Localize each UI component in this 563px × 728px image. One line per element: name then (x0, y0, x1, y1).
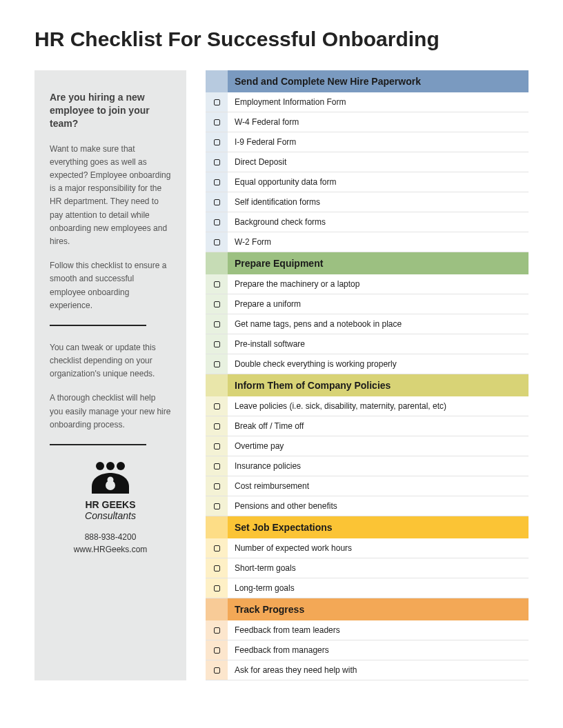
checklist-item-label: W-2 Form (228, 232, 529, 252)
checkbox[interactable] (214, 281, 220, 287)
checklist-row: Overtime pay (206, 436, 529, 456)
checklist-row: Cost reimbursement (206, 476, 529, 496)
checklist-row: Employment Information Form (206, 92, 529, 112)
checkbox[interactable] (214, 119, 220, 125)
svg-point-1 (106, 462, 115, 470)
checkbox[interactable] (214, 545, 220, 552)
checklist-row: Pre-install software (206, 334, 529, 354)
brand-subtitle: Consultants (50, 510, 171, 521)
checklist-row: Break off / Time off (206, 416, 529, 436)
divider (50, 325, 146, 326)
checklist-row: Self identification forms (206, 192, 529, 212)
checkbox[interactable] (214, 585, 220, 592)
sidebar-paragraph: Follow this checklist to ensure a smooth… (50, 259, 171, 312)
checklist-row: Pensions and other benefits (206, 496, 529, 516)
checklist-item-label: Prepare a uniform (228, 294, 529, 314)
checkbox[interactable] (214, 483, 220, 489)
checkbox[interactable] (214, 199, 220, 205)
checklist-row: Double check everything is working prope… (206, 354, 529, 374)
checklist-item-label: Overtime pay (228, 436, 529, 456)
checklist-item-label: Short-term goals (228, 558, 529, 578)
checkbox[interactable] (214, 219, 220, 225)
checkbox[interactable] (214, 361, 220, 367)
checkbox[interactable] (214, 503, 220, 509)
checkbox[interactable] (214, 627, 220, 634)
checklist-main: Send and Complete New Hire Paperwork Emp… (206, 70, 529, 680)
checklist-row: Number of expected work hours (206, 538, 529, 558)
checklist-item-label: Leave policies (i.e. sick, disability, m… (228, 396, 529, 416)
checklist-item-label: I-9 Federal Form (228, 132, 529, 152)
checkbox[interactable] (214, 179, 220, 185)
section-title: Set Job Expectations (228, 516, 529, 538)
checklist-row: Ask for areas they need help with (206, 660, 529, 680)
section-header-accent (206, 252, 228, 274)
checkbox[interactable] (214, 239, 220, 245)
checklist-item-label: Pensions and other benefits (228, 496, 529, 516)
section-header-accent (206, 598, 228, 620)
checklist-item-label: Insurance policies (228, 456, 529, 476)
checkbox[interactable] (214, 647, 220, 654)
checkbox[interactable] (214, 443, 220, 449)
checklist-row: Feedback from managers (206, 640, 529, 660)
section-title: Send and Complete New Hire Paperwork (228, 70, 529, 92)
sidebar-paragraph: A thorough checklist will help you easil… (50, 392, 171, 432)
two-column-layout: Are you hiring a new employee to join yo… (34, 70, 529, 680)
checklist-item-label: Double check everything is working prope… (228, 354, 529, 374)
checklist-item-label: Self identification forms (228, 192, 529, 212)
sidebar-paragraph: Want to make sure that everything goes a… (50, 143, 171, 249)
checklist-row: Prepare the machinery or a laptop (206, 274, 529, 294)
contact-phone: 888-938-4200 (50, 531, 171, 543)
svg-point-0 (96, 462, 104, 470)
checklist-row: Equal opportunity data form (206, 172, 529, 192)
checklist-item-label: Pre-install software (228, 334, 529, 354)
checklist-row: Long-term goals (206, 578, 529, 598)
checkbox[interactable] (214, 301, 220, 307)
brand-name: HR GEEKS (50, 499, 171, 510)
section-header-policies: Inform Them of Company Policies (206, 374, 529, 396)
sidebar-paragraph: You can tweak or update this checklist d… (50, 341, 171, 381)
checklist-item-label: Employment Information Form (228, 92, 529, 112)
page-title: HR Checklist For Successful Onboarding (34, 28, 529, 51)
section-header-accent (206, 70, 228, 92)
checklist-item-label: Cost reimbursement (228, 476, 529, 496)
contact-website: www.HRGeeks.com (50, 543, 171, 556)
checkbox[interactable] (214, 159, 220, 165)
checklist-item-label: W-4 Federal form (228, 112, 529, 132)
checkbox[interactable] (214, 321, 220, 327)
logo-block: HR GEEKS Consultants 888-938-4200 www.HR… (50, 461, 171, 556)
checklist-item-label: Get name tags, pens and a notebook in pl… (228, 314, 529, 334)
checklist-row: Background check forms (206, 212, 529, 232)
checklist-item-label: Number of expected work hours (228, 538, 529, 558)
checklist-row: Feedback from team leaders (206, 620, 529, 640)
people-group-icon (88, 461, 133, 495)
section-header-equipment: Prepare Equipment (206, 252, 529, 274)
checkbox[interactable] (214, 423, 220, 429)
checklist-item-label: Long-term goals (228, 578, 529, 598)
checklist-row: Insurance policies (206, 456, 529, 476)
checkbox[interactable] (214, 139, 220, 145)
checklist-row: W-2 Form (206, 232, 529, 252)
checkbox[interactable] (214, 99, 220, 105)
checkbox[interactable] (214, 565, 220, 572)
checklist-item-label: Equal opportunity data form (228, 172, 529, 192)
svg-point-4 (108, 477, 114, 483)
section-header-accent (206, 516, 228, 538)
checkbox[interactable] (214, 341, 220, 347)
checklist-item-label: Direct Deposit (228, 152, 529, 172)
checklist-row: Prepare a uniform (206, 294, 529, 314)
checklist-row: W-4 Federal form (206, 112, 529, 132)
section-header-track-progress: Track Progress (206, 598, 529, 620)
checkbox[interactable] (214, 403, 220, 410)
checkbox[interactable] (214, 667, 220, 674)
checklist-item-label: Feedback from team leaders (228, 620, 529, 640)
checklist-item-label: Background check forms (228, 212, 529, 232)
divider (50, 444, 146, 445)
section-header-expectations: Set Job Expectations (206, 516, 529, 538)
checklist-item-label: Feedback from managers (228, 640, 529, 660)
section-header-accent (206, 374, 228, 396)
checklist-row: Leave policies (i.e. sick, disability, m… (206, 396, 529, 416)
checkbox[interactable] (214, 463, 220, 469)
svg-point-2 (117, 462, 125, 470)
section-title: Inform Them of Company Policies (228, 374, 529, 396)
section-header-paperwork: Send and Complete New Hire Paperwork (206, 70, 529, 92)
